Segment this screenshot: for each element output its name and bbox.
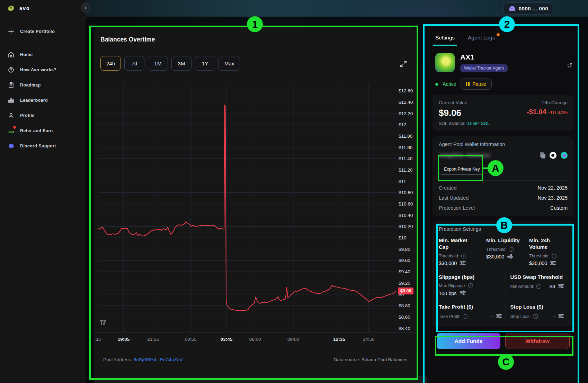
current-value-label: Current Value [439,100,490,105]
current-price-badge: $9.06 [398,288,413,294]
x-axis-tick: 00:55 [185,337,197,342]
sliders-icon[interactable] [507,254,513,260]
pool-address-link[interactable]: 6oSg6SH4...FeC4uZuV [134,357,183,362]
range-button-7d[interactable]: 7d [124,56,144,71]
y-axis-tick: $11.40 [399,156,412,161]
range-button-3m[interactable]: 3M [171,56,191,71]
phantom-ghost-icon [509,6,516,12]
range-button-1m[interactable]: 1M [148,56,168,71]
wallet-card-divider [439,180,568,181]
balances-chart-card: Balances Overtime 24h 7d 1M 3M 1Y Max $9… [94,27,416,379]
help-icon [8,66,15,73]
y-axis-tick: $12.60 [399,88,413,93]
y-axis-tick: $12.40 [399,100,413,105]
x-axis-tick: 19:05 [118,337,130,342]
withdraw-button[interactable]: Withdraw [505,333,570,349]
sliders-icon[interactable] [558,313,564,319]
range-button-1y[interactable]: 1Y [195,56,215,71]
change-label: 24h Change [527,100,568,105]
x-axis-tick: :35 [95,337,101,342]
person-icon [8,112,15,119]
x-axis-tick: 12:35 [333,337,345,342]
x-axis-tick: 06:00 [249,337,261,342]
sidebar-item-leaderboard[interactable]: Leaderboard [0,93,86,108]
agent-avatar [435,53,455,72]
agent-name: AX1 [460,53,508,61]
current-value-card: Current Value $9.06 SOL Balance: 0.0694 … [433,95,574,131]
take-profit-cell: Take Profit ($) Take Profit: - [439,304,506,321]
sidebar-item-discord-support[interactable]: Discord Support [0,138,86,154]
info-icon[interactable] [509,247,514,252]
tradingview-logo-icon[interactable] [100,320,109,327]
sol-balance-value: 0.0694 SOL [466,121,490,126]
pause-button[interactable]: Pause [461,79,492,90]
protection-settings-title: Protection Settings [439,226,568,232]
y-axis-tick: $8.40 [399,326,410,331]
range-button-24h[interactable]: 24h [100,56,121,71]
wallet-address-badge[interactable]: 0000 ... 000 [504,2,553,15]
app-window: 0000 ... 000 avo Create Portfolio Home [0,0,588,383]
avo-logo-icon [7,4,15,12]
tab-agent-logs[interactable]: Agent Logs [468,35,495,46]
created-row: Created Nov 22, 2025 [439,185,568,191]
y-axis-tick: $11 [399,179,406,184]
y-axis-tick: $9.40 [399,269,410,274]
sidebar-divider [7,42,79,42]
chart-plot-area[interactable] [98,85,396,332]
create-portfolio-button[interactable]: Create Portfolio [0,24,86,39]
copy-icon[interactable] [540,152,545,158]
sidebar-item-refer-and-earn[interactable]: Refer and Earn [0,123,86,138]
y-axis-tick: $10.20 [399,224,413,229]
solscan-icon[interactable] [550,152,556,159]
plus-icon [8,28,15,35]
last-updated-row: Last Updated Nov 23, 2025 [439,195,568,201]
wallet-info-title: Agent Pool Wallet Information [439,142,568,147]
info-icon[interactable] [468,283,473,288]
x-axis-labels: :3519:0521:5500:5503:4506:0009:0012:3514… [98,332,396,348]
sidebar-item-profile[interactable]: Profile [0,108,86,123]
min-market-cap-cell: Min. Market Cap Threshold: $30,000 [439,237,482,266]
agent-header: AX1 Wallet Tracker Agent [427,46,579,72]
y-axis-tick: $10.80 [399,190,413,195]
range-selector: 24h 7d 1M 3M 1Y Max [100,56,240,71]
sidebar-item-how-avo-works[interactable]: How Avo works? [0,62,86,77]
info-icon[interactable] [461,254,466,258]
stop-loss-cell: Stop Loss ($) Stop Loss: - [506,304,568,321]
info-icon[interactable] [463,314,467,319]
y-axis-tick: $12 [399,122,407,127]
photon-icon[interactable] [561,152,568,159]
export-private-key-button[interactable]: Export Private Key [439,164,485,175]
agent-type-badge: Wallet Tracker Agent [460,64,508,72]
info-icon[interactable] [536,284,541,289]
home-icon [8,51,15,58]
wallet-info-card: Agent Pool Wallet Information 6oSg6SH4..… [433,136,574,216]
sidebar: avo Create Portfolio Home How Avo works? [0,0,86,383]
discord-icon [8,143,15,149]
y-axis-tick: $10.60 [399,201,413,207]
sliders-icon[interactable] [558,283,564,289]
refresh-icon[interactable] [567,62,572,70]
chart-title: Balances Overtime [100,36,155,43]
brand[interactable]: avo [0,0,86,16]
agent-status-row: Active Pause [427,72,579,90]
info-icon[interactable] [533,314,538,319]
y-axis-tick: $12.20 [399,111,413,116]
data-source-label: Data source: Solana Pool Balances [334,357,407,362]
tab-settings[interactable]: Settings [435,35,455,46]
info-icon[interactable] [552,254,556,258]
change-percent: -10.34% [548,109,568,115]
y-axis-tick: $11.60 [399,145,412,150]
agent-settings-panel: Settings Agent Logs AX1 Wallet Tracker A… [427,26,579,383]
fullscreen-expand-icon[interactable] [400,60,407,68]
range-button-max[interactable]: Max [219,56,240,71]
sidebar-item-roadmap[interactable]: Roadmap [0,77,86,93]
sliders-icon[interactable] [496,313,502,319]
add-funds-button[interactable]: Add Funds [437,333,500,349]
sidebar-collapse-button[interactable] [81,3,90,12]
sliders-icon[interactable] [550,261,556,266]
sliders-icon[interactable] [460,290,466,296]
sliders-icon[interactable] [460,261,466,266]
clipboard-icon [8,82,15,89]
active-status-dot [435,83,438,86]
sidebar-item-home[interactable]: Home [0,47,86,62]
